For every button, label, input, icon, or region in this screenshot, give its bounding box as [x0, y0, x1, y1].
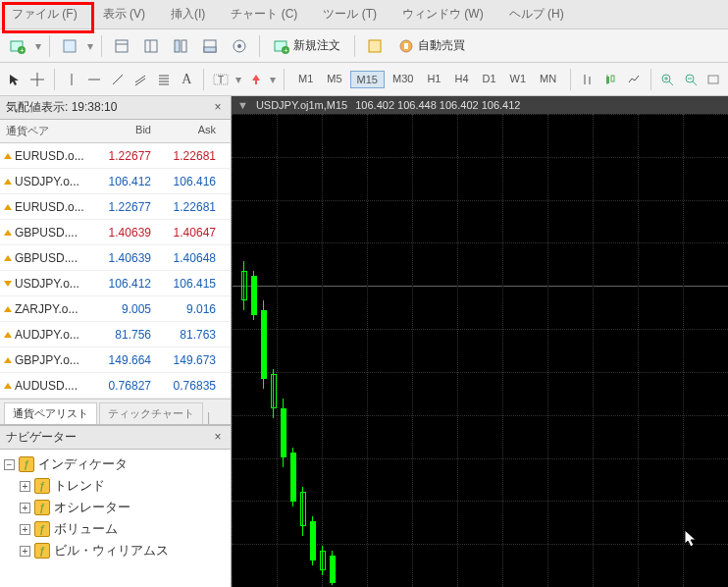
new-order-label: 新規注文	[293, 37, 340, 54]
tree-node[interactable]: +ƒボリューム	[20, 518, 227, 540]
mw-row[interactable]: GBPUSD....1.406391.40648	[0, 245, 231, 271]
direction-icon	[4, 306, 12, 312]
timeframe-m5[interactable]: M5	[321, 71, 347, 88]
mw-head-bid[interactable]: Bid	[92, 120, 157, 142]
mw-row[interactable]: GBPUSD....1.406391.40647	[0, 220, 231, 245]
trendline-tool[interactable]	[109, 68, 127, 91]
tree-node[interactable]: +ƒトレンド	[20, 475, 227, 497]
separator	[203, 69, 204, 90]
autoscroll-button[interactable]	[704, 68, 722, 91]
profiles-button[interactable]	[58, 34, 81, 58]
chart-area[interactable]: ▼ USDJPY.oj1m,M15 106.402 106.448 106.40…	[232, 96, 728, 587]
mw-head-symbol[interactable]: 通貨ペア	[0, 120, 92, 142]
arrow-tool[interactable]	[247, 68, 265, 91]
tree-node[interactable]: +ƒオシレーター	[20, 497, 227, 518]
menu-help[interactable]: ヘルプ (H)	[501, 2, 572, 27]
folder-icon: ƒ	[19, 456, 34, 472]
timeframe-h4[interactable]: H4	[448, 71, 474, 88]
strategy-tester-toggle[interactable]	[228, 34, 251, 58]
mw-tab-symbols[interactable]: 通貨ペアリスト	[4, 402, 97, 424]
marketwatch-toggle[interactable]	[110, 34, 133, 58]
tree-expand-icon[interactable]: +	[20, 481, 30, 492]
fibonacci-tool[interactable]	[155, 68, 173, 91]
crosshair-tool[interactable]	[29, 68, 47, 91]
mw-row[interactable]: USDJPY.o...106.412106.416	[0, 169, 231, 194]
mw-symbol: EURUSD.o...	[15, 200, 84, 214]
new-order-button[interactable]: + 新規注文	[268, 33, 346, 59]
linechart-button[interactable]	[625, 68, 643, 91]
mw-row[interactable]: EURUSD.o...1.226771.22681	[0, 143, 231, 169]
mw-head-ask[interactable]: Ask	[157, 120, 222, 142]
tree-expand-icon[interactable]: +	[20, 524, 30, 535]
mw-symbol: GBPUSD....	[15, 226, 78, 240]
mw-symbol: AUDJPY.o...	[15, 328, 79, 342]
mw-bid: 9.005	[92, 302, 157, 316]
menu-insert[interactable]: 挿入(I)	[163, 2, 213, 27]
marketwatch-close[interactable]: ×	[211, 101, 225, 115]
folder-icon: ƒ	[34, 478, 50, 494]
navigator-close[interactable]: ×	[211, 431, 225, 445]
separator	[354, 35, 355, 57]
timeframe-h1[interactable]: H1	[421, 71, 446, 88]
timeframe-m1[interactable]: M1	[292, 71, 319, 88]
timeframe-m15[interactable]: M15	[350, 71, 385, 88]
tree-expand-icon[interactable]: +	[20, 503, 30, 513]
mw-ask: 106.416	[157, 175, 222, 188]
svg-rect-19	[404, 43, 408, 49]
mw-ask: 81.763	[157, 328, 222, 342]
zoomin-button[interactable]	[658, 68, 676, 91]
tree-node[interactable]: +ƒビル・ウィリアムス	[20, 540, 227, 561]
timeframe-m30[interactable]: M30	[387, 71, 419, 88]
menu-view[interactable]: 表示 (V)	[95, 2, 153, 27]
svg-line-43	[693, 81, 697, 85]
menubar: ファイル (F) 表示 (V) 挿入(I) チャート (C) ツール (T) ウ…	[0, 0, 728, 29]
marketwatch-tabs: 通貨ペアリスト ティックチャート |	[0, 399, 231, 424]
autotrade-button[interactable]: 自動売買	[392, 33, 471, 59]
hline-tool[interactable]	[85, 68, 103, 91]
text-tool[interactable]: A	[179, 68, 196, 91]
direction-icon	[4, 204, 12, 210]
separator	[49, 35, 50, 57]
separator	[284, 69, 285, 90]
tree-node-indicators[interactable]: − ƒ インディケータ	[4, 454, 227, 475]
chart-dropdown-icon[interactable]: ▼	[237, 99, 248, 111]
mw-row[interactable]: EURUSD.o...1.226771.22681	[0, 194, 231, 220]
tree-expand-icon[interactable]: +	[20, 546, 30, 557]
menu-chart[interactable]: チャート (C)	[223, 2, 305, 27]
navigator-toggle[interactable]	[169, 34, 192, 58]
timeframe-mn[interactable]: MN	[534, 71, 562, 88]
direction-icon	[4, 179, 12, 185]
mw-row[interactable]: USDJPY.o...106.412106.415	[0, 271, 231, 296]
menu-tools[interactable]: ツール (T)	[315, 2, 385, 27]
mw-tab-tick[interactable]: ティックチャート	[99, 402, 203, 424]
zoomout-button[interactable]	[682, 68, 700, 91]
timeframe-w1[interactable]: W1	[504, 71, 533, 88]
navigator-header: ナビゲーター ×	[0, 426, 231, 450]
barchart-button[interactable]	[579, 68, 597, 91]
separator	[54, 69, 55, 90]
tree-collapse-icon[interactable]: −	[4, 459, 15, 470]
mw-row[interactable]: ZARJPY.o...9.0059.016	[0, 296, 231, 322]
datawindow-toggle[interactable]	[139, 34, 163, 58]
channel-tool[interactable]	[131, 68, 149, 91]
mw-row[interactable]: AUDJPY.o...81.75681.763	[0, 322, 231, 347]
terminal-toggle[interactable]	[198, 34, 222, 58]
candlechart-button[interactable]	[601, 68, 619, 91]
menu-window[interactable]: ウィンドウ (W)	[394, 2, 492, 27]
svg-text:+: +	[20, 46, 25, 54]
text-label-tool[interactable]: T	[212, 68, 230, 91]
mw-bid: 1.40639	[92, 251, 157, 265]
new-chart-button[interactable]: +	[6, 34, 29, 58]
svg-rect-11	[204, 47, 216, 52]
mw-row[interactable]: AUDUSD....0.768270.76835	[0, 373, 231, 399]
cursor-tool[interactable]	[6, 68, 24, 91]
menu-file[interactable]: ファイル (F)	[4, 2, 85, 27]
metaeditor-button[interactable]	[363, 34, 387, 58]
mw-ask: 0.76835	[157, 379, 222, 393]
vline-tool[interactable]	[63, 68, 80, 91]
timeframe-d1[interactable]: D1	[477, 71, 502, 88]
mw-bid: 1.22677	[92, 200, 157, 214]
mw-row[interactable]: GBPJPY.o...149.664149.673	[0, 347, 231, 373]
separator	[259, 35, 260, 57]
separator	[570, 69, 571, 90]
